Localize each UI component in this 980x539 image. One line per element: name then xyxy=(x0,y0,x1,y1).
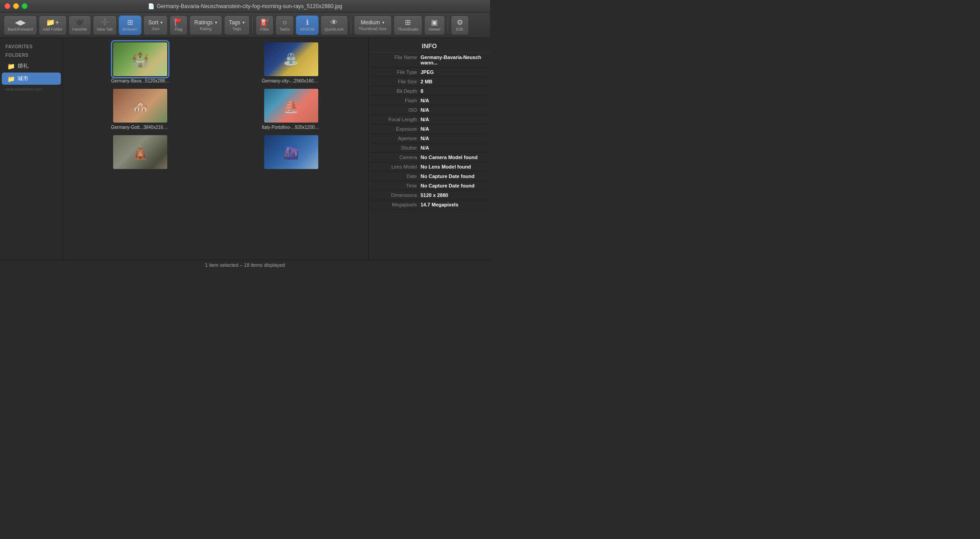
info-row-aperture: Aperture N/A xyxy=(369,134,490,143)
back-forward-button[interactable]: ◀▶ Back/Forward xyxy=(4,15,37,35)
status-text: 1 item selected – 18 items displayed xyxy=(205,262,285,268)
viewer-button[interactable]: ▣ Viewer xyxy=(424,15,444,35)
thumbnails-button[interactable]: ⊞ Thumbnails xyxy=(394,15,423,35)
info-label-filesize: File Size xyxy=(374,79,417,84)
new-tab-button[interactable]: ➕ New Tab xyxy=(93,15,117,35)
sidebar-item-city[interactable]: 📁 城市 xyxy=(2,73,61,85)
tasks-icon: ○ xyxy=(283,19,287,26)
flag-button[interactable]: 🚩 Flag xyxy=(169,15,188,35)
info-row-exposure: Exposure N/A xyxy=(369,124,490,134)
thumbnail-item-4[interactable]: Italy-Portofino-...920x1200.jpg xyxy=(219,89,364,130)
separator-2 xyxy=(351,17,351,33)
favorites-section-label: FAVORITES xyxy=(0,42,63,51)
info-value-filesize: 2 MB xyxy=(421,79,432,84)
info-label-focallength: Focal Length xyxy=(374,117,417,122)
back-forward-icon: ◀▶ xyxy=(15,19,26,26)
favorite-button[interactable]: 🖤 Favorite xyxy=(69,15,92,35)
quicklook-label: QuickLook xyxy=(325,27,344,32)
thumbnail-image-2 xyxy=(264,42,318,76)
tags-dropdown-row: Tags ▾ xyxy=(229,19,245,26)
ratings-chevron-icon: ▾ xyxy=(215,20,217,25)
info-value-iso: N/A xyxy=(421,107,429,113)
tags-dropdown[interactable]: Tags ▾ Tags xyxy=(224,15,250,35)
edit-label: Edit xyxy=(456,27,463,32)
info-edit-icon: ℹ xyxy=(306,19,309,26)
info-label-megapixels: Megapixels xyxy=(374,202,417,207)
thumbnail-size-dropdown[interactable]: Medium ▾ Thumbnail Size xyxy=(354,15,392,35)
new-tab-label: New Tab xyxy=(97,27,113,32)
info-row-shutter: Shutter N/A xyxy=(369,143,490,153)
thumbnail-item-3[interactable]: Germany-Gott...3840x2160.jpg xyxy=(68,89,213,130)
content-area: Germany-Bava...5120x2880.jpg Germany-cit… xyxy=(63,38,368,260)
info-label-lensmodel: Lens Model xyxy=(374,164,417,169)
info-value-lensmodel: No Lens Model found xyxy=(421,164,471,169)
info-header: INFO xyxy=(369,38,490,53)
new-tab-icon: ➕ xyxy=(101,19,110,26)
info-value-filename: Germany-Bavaria-Neuschwann... xyxy=(421,55,485,65)
sidebar-item-city-label: 城市 xyxy=(18,75,28,82)
viewer-icon: ▣ xyxy=(431,19,438,26)
info-value-dimensions: 5120 x 2880 xyxy=(421,192,448,198)
sort-chevron-icon: ▾ xyxy=(160,20,163,25)
thumbnail-img-temple xyxy=(113,135,167,169)
thumbnails-icon: ⊞ xyxy=(405,19,411,26)
sort-dropdown[interactable]: Sort ▾ Sort xyxy=(143,15,168,35)
ratings-sublabel: Rating xyxy=(200,27,211,31)
maximize-button[interactable] xyxy=(22,3,27,9)
info-value-time: No Capture Date found xyxy=(421,183,475,188)
thumbnail-size-label: Thumbnail Size xyxy=(359,27,387,31)
favorite-icon: 🖤 xyxy=(75,19,84,26)
info-value-aperture: N/A xyxy=(421,136,429,141)
browser-button[interactable]: ⊞ Browser xyxy=(119,15,142,35)
thumbnail-item-2[interactable]: Germany-city-...2560x1600.jpg xyxy=(219,42,364,83)
info-row-filetype: File Type JPEG xyxy=(369,68,490,77)
info-value-megapixels: 14.7 Megapixels xyxy=(421,202,458,207)
info-row-filename: File Name Germany-Bavaria-Neuschwann... xyxy=(369,53,490,68)
sidebar-item-wedding-label: 婚礼 xyxy=(18,62,28,70)
ratings-dropdown-row: Ratings ▾ xyxy=(194,19,217,26)
info-row-date: Date No Capture Date found xyxy=(369,172,490,181)
info-value-focallength: N/A xyxy=(421,117,429,122)
info-label-camera: Camera xyxy=(374,155,417,160)
thumbnail-item-6[interactable] xyxy=(219,135,364,171)
add-folder-button[interactable]: 📁+ Add Folder xyxy=(39,15,67,35)
info-row-dimensions: Dimensions 5120 x 2880 xyxy=(369,191,490,200)
tasks-button[interactable]: ○ Tasks xyxy=(275,15,294,35)
browser-icon: ⊞ xyxy=(127,19,133,26)
tags-sublabel: Tags xyxy=(233,27,241,31)
thumbnail-image-6 xyxy=(264,135,318,169)
ratings-dropdown[interactable]: Ratings ▾ Rating xyxy=(189,15,222,35)
minimize-button[interactable] xyxy=(13,3,19,9)
quicklook-button[interactable]: 👁 QuickLook xyxy=(321,15,348,35)
sort-sublabel: Sort xyxy=(152,27,160,31)
thumbnail-item-5[interactable] xyxy=(68,135,213,171)
sidebar-item-wedding[interactable]: 📁 婚礼 xyxy=(2,60,61,72)
info-value-shutter: N/A xyxy=(421,145,429,151)
info-row-lensmodel: Lens Model No Lens Model found xyxy=(369,162,490,172)
title-icon: 📄 xyxy=(148,3,155,9)
edit-button[interactable]: ⚙ Edit xyxy=(451,15,469,35)
thumbnails-label: Thumbnails xyxy=(398,27,419,32)
thumbnail-img-fountain xyxy=(264,42,318,76)
info-value-flash: N/A xyxy=(421,98,429,103)
info-label-shutter: Shutter xyxy=(374,145,417,151)
thumbnail-image-1 xyxy=(113,42,167,76)
main-layout: FAVORITES FOLDERS 📁 婚礼 📁 城市 www.MacDown.… xyxy=(0,38,490,260)
close-button[interactable] xyxy=(5,3,10,9)
info-value-filetype: JPEG xyxy=(421,69,434,75)
thumbnail-label-4: Italy-Portofino-...920x1200.jpg xyxy=(262,125,321,130)
filter-button[interactable]: ⛽ Filter xyxy=(256,15,274,35)
info-row-iso: ISO N/A xyxy=(369,105,490,115)
flag-label: Flag xyxy=(174,27,183,32)
info-edit-button[interactable]: ℹ Info/Edit xyxy=(296,15,319,35)
info-row-megapixels: Megapixels 14.7 Megapixels xyxy=(369,200,490,210)
viewer-label: Viewer xyxy=(428,27,440,32)
toolbar: ◀▶ Back/Forward 📁+ Add Folder 🖤 Favorite… xyxy=(0,13,490,38)
window-title: Germany-Bavaria-Neuschwanstein-city-fog-… xyxy=(157,3,343,9)
flag-icon: 🚩 xyxy=(174,19,183,26)
info-label-aperture: Aperture xyxy=(374,136,417,141)
tasks-label: Tasks xyxy=(279,27,290,32)
folder-icon-city: 📁 xyxy=(7,75,15,82)
thumbnail-img-street xyxy=(113,89,167,123)
thumbnail-item-1[interactable]: Germany-Bava...5120x2880.jpg xyxy=(68,42,213,83)
